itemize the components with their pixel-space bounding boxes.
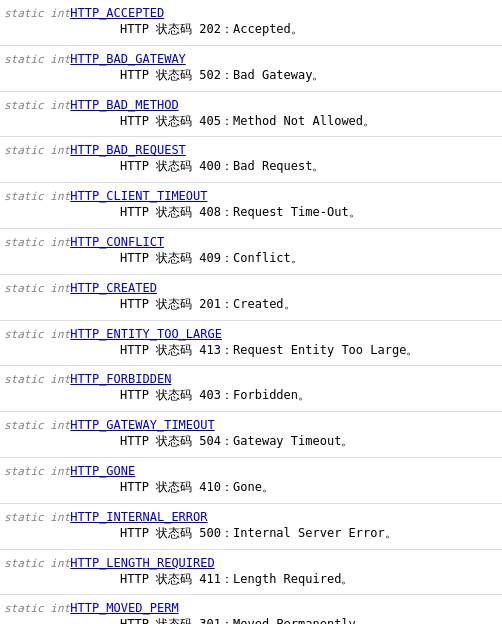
entry-row: static intHTTP_LENGTH_REQUIRED <box>0 554 502 570</box>
static-int-label: static int <box>4 282 70 295</box>
entry-row: static intHTTP_BAD_REQUEST <box>0 141 502 157</box>
list-item: static intHTTP_GONEHTTP 状态码 410：Gone。 <box>0 458 502 504</box>
field-name-link[interactable]: HTTP_GATEWAY_TIMEOUT <box>70 418 215 432</box>
static-int-label: static int <box>4 373 70 386</box>
entry-row: static intHTTP_GATEWAY_TIMEOUT <box>0 416 502 432</box>
field-description: HTTP 状态码 413：Request Entity Too Large。 <box>0 341 502 362</box>
static-int-label: static int <box>4 53 70 66</box>
field-description: HTTP 状态码 409：Conflict。 <box>0 249 502 270</box>
static-int-label: static int <box>4 511 70 524</box>
field-description: HTTP 状态码 410：Gone。 <box>0 478 502 499</box>
field-description: HTTP 状态码 202：Accepted。 <box>0 20 502 41</box>
static-int-label: static int <box>4 557 70 570</box>
list-item: static intHTTP_CREATEDHTTP 状态码 201：Creat… <box>0 275 502 321</box>
list-item: static intHTTP_MOVED_PERMHTTP 状态码 301：Mo… <box>0 595 502 624</box>
field-name-link[interactable]: HTTP_FORBIDDEN <box>70 372 171 386</box>
static-int-label: static int <box>4 328 70 341</box>
static-int-label: static int <box>4 465 70 478</box>
entry-row: static intHTTP_ACCEPTED <box>0 4 502 20</box>
entry-row: static intHTTP_CLIENT_TIMEOUT <box>0 187 502 203</box>
entry-row: static intHTTP_FORBIDDEN <box>0 370 502 386</box>
static-int-label: static int <box>4 236 70 249</box>
list-item: static intHTTP_BAD_METHODHTTP 状态码 405：Me… <box>0 92 502 138</box>
list-item: static intHTTP_FORBIDDENHTTP 状态码 403：For… <box>0 366 502 412</box>
list-item: static intHTTP_BAD_REQUESTHTTP 状态码 400：B… <box>0 137 502 183</box>
field-description: HTTP 状态码 400：Bad Request。 <box>0 157 502 178</box>
static-int-label: static int <box>4 602 70 615</box>
field-name-link[interactable]: HTTP_CONFLICT <box>70 235 164 249</box>
list-item: static intHTTP_CLIENT_TIMEOUTHTTP 状态码 40… <box>0 183 502 229</box>
list-item: static intHTTP_ACCEPTEDHTTP 状态码 202：Acce… <box>0 0 502 46</box>
field-name-link[interactable]: HTTP_CLIENT_TIMEOUT <box>70 189 207 203</box>
field-name-link[interactable]: HTTP_BAD_GATEWAY <box>70 52 186 66</box>
entry-row: static intHTTP_CREATED <box>0 279 502 295</box>
static-int-label: static int <box>4 419 70 432</box>
field-name-link[interactable]: HTTP_BAD_REQUEST <box>70 143 186 157</box>
list-item: static intHTTP_CONFLICTHTTP 状态码 409：Conf… <box>0 229 502 275</box>
static-int-label: static int <box>4 190 70 203</box>
field-description: HTTP 状态码 502：Bad Gateway。 <box>0 66 502 87</box>
field-name-link[interactable]: HTTP_ACCEPTED <box>70 6 164 20</box>
field-description: HTTP 状态码 408：Request Time-Out。 <box>0 203 502 224</box>
field-name-link[interactable]: HTTP_BAD_METHOD <box>70 98 178 112</box>
static-int-label: static int <box>4 99 70 112</box>
field-name-link[interactable]: HTTP_LENGTH_REQUIRED <box>70 556 215 570</box>
list-item: static intHTTP_BAD_GATEWAYHTTP 状态码 502：B… <box>0 46 502 92</box>
entry-row: static intHTTP_MOVED_PERM <box>0 599 502 615</box>
list-item: static intHTTP_ENTITY_TOO_LARGEHTTP 状态码 … <box>0 321 502 367</box>
entry-row: static intHTTP_BAD_GATEWAY <box>0 50 502 66</box>
entry-row: static intHTTP_ENTITY_TOO_LARGE <box>0 325 502 341</box>
list-item: static intHTTP_GATEWAY_TIMEOUTHTTP 状态码 5… <box>0 412 502 458</box>
static-int-label: static int <box>4 7 70 20</box>
list-item: static intHTTP_INTERNAL_ERRORHTTP 状态码 50… <box>0 504 502 550</box>
field-description: HTTP 状态码 301：Moved Permanently。 <box>0 615 502 624</box>
static-int-label: static int <box>4 144 70 157</box>
field-name-link[interactable]: HTTP_INTERNAL_ERROR <box>70 510 207 524</box>
field-description: HTTP 状态码 411：Length Required。 <box>0 570 502 591</box>
field-description: HTTP 状态码 201：Created。 <box>0 295 502 316</box>
field-description: HTTP 状态码 500：Internal Server Error。 <box>0 524 502 545</box>
entry-row: static intHTTP_BAD_METHOD <box>0 96 502 112</box>
field-name-link[interactable]: HTTP_GONE <box>70 464 135 478</box>
field-description: HTTP 状态码 504：Gateway Timeout。 <box>0 432 502 453</box>
entry-row: static intHTTP_CONFLICT <box>0 233 502 249</box>
entry-row: static intHTTP_GONE <box>0 462 502 478</box>
field-name-link[interactable]: HTTP_ENTITY_TOO_LARGE <box>70 327 222 341</box>
entries-list: static intHTTP_ACCEPTEDHTTP 状态码 202：Acce… <box>0 0 502 624</box>
entry-row: static intHTTP_INTERNAL_ERROR <box>0 508 502 524</box>
field-name-link[interactable]: HTTP_CREATED <box>70 281 157 295</box>
list-item: static intHTTP_LENGTH_REQUIREDHTTP 状态码 4… <box>0 550 502 596</box>
field-name-link[interactable]: HTTP_MOVED_PERM <box>70 601 178 615</box>
field-description: HTTP 状态码 403：Forbidden。 <box>0 386 502 407</box>
field-description: HTTP 状态码 405：Method Not Allowed。 <box>0 112 502 133</box>
